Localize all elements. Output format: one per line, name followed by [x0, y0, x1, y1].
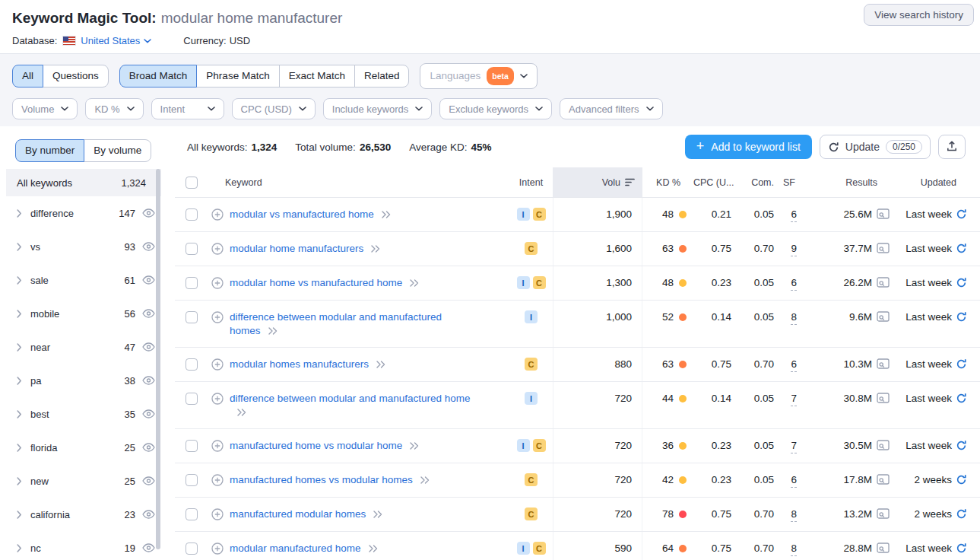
- refresh-metrics-icon[interactable]: [956, 474, 967, 485]
- eye-icon[interactable]: [142, 376, 155, 385]
- chevron-right-icon[interactable]: [17, 243, 22, 251]
- filter-volume[interactable]: Volume: [12, 98, 78, 119]
- sidebar-group-new[interactable]: new25: [6, 464, 161, 498]
- tab-questions[interactable]: Questions: [43, 65, 109, 88]
- serp-preview-icon[interactable]: [877, 542, 890, 553]
- eye-icon[interactable]: [142, 543, 155, 552]
- keyword-link[interactable]: difference between modular and manufactu…: [230, 311, 442, 336]
- sidebar-group-california[interactable]: california23: [6, 498, 161, 531]
- refresh-metrics-icon[interactable]: [956, 508, 967, 520]
- expand-keyword-icon[interactable]: [268, 327, 278, 335]
- keyword-link[interactable]: modular homes manufacturers: [230, 358, 369, 370]
- chevron-right-icon[interactable]: [17, 343, 22, 352]
- keyword-link[interactable]: modular vs manufactured home: [230, 208, 374, 220]
- serp-preview-icon[interactable]: [877, 508, 890, 519]
- row-checkbox[interactable]: [186, 393, 198, 405]
- expand-keyword-icon[interactable]: [409, 442, 419, 450]
- refresh-metrics-icon[interactable]: [956, 243, 967, 254]
- expand-keyword-icon[interactable]: [370, 245, 380, 253]
- sidebar-group-mobile[interactable]: mobile56: [6, 297, 161, 330]
- expand-keyword-icon[interactable]: [420, 476, 430, 484]
- refresh-metrics-icon[interactable]: [956, 440, 967, 451]
- row-checkbox[interactable]: [186, 508, 198, 520]
- sf-value[interactable]: 9: [791, 242, 797, 256]
- row-checkbox[interactable]: [186, 311, 198, 323]
- expand-keyword-icon[interactable]: [368, 545, 378, 552]
- row-checkbox[interactable]: [186, 542, 198, 555]
- chevron-right-icon[interactable]: [17, 511, 22, 519]
- eye-icon[interactable]: [142, 242, 155, 251]
- row-checkbox[interactable]: [186, 277, 198, 289]
- sort-desc-icon[interactable]: [625, 178, 635, 186]
- expand-keyword-icon[interactable]: [373, 511, 382, 518]
- serp-preview-icon[interactable]: [877, 440, 890, 450]
- add-keyword-icon[interactable]: [211, 277, 224, 289]
- database-selector[interactable]: United States: [81, 35, 151, 46]
- update-metrics-button[interactable]: Update 0/250: [820, 135, 931, 159]
- chevron-right-icon[interactable]: [17, 276, 22, 285]
- chevron-right-icon[interactable]: [17, 410, 22, 418]
- row-checkbox[interactable]: [186, 474, 198, 486]
- sidebar-group-vs[interactable]: vs93: [6, 230, 161, 263]
- keyword-link[interactable]: manufactured homes vs modular homes: [230, 474, 413, 485]
- tab-all[interactable]: All: [12, 65, 43, 88]
- row-checkbox[interactable]: [186, 243, 198, 255]
- sidebar-toggle-by-number[interactable]: By number: [15, 139, 84, 162]
- tab-broad-match[interactable]: Broad Match: [119, 65, 198, 88]
- keyword-link[interactable]: manufactured home vs modular home: [230, 440, 402, 451]
- column-header-keyword[interactable]: Keyword: [205, 167, 509, 197]
- eye-icon[interactable]: [142, 342, 155, 352]
- keyword-link[interactable]: modular home manufacturers: [230, 243, 363, 254]
- languages-dropdown[interactable]: Languages beta: [420, 63, 537, 89]
- refresh-metrics-icon[interactable]: [956, 542, 967, 554]
- keyword-link[interactable]: manufactured modular homes: [230, 508, 366, 520]
- chevron-right-icon[interactable]: [17, 310, 22, 318]
- sidebar-group-sale[interactable]: sale61: [6, 263, 161, 297]
- chevron-right-icon[interactable]: [17, 444, 22, 452]
- chevron-right-icon[interactable]: [17, 377, 22, 385]
- row-checkbox[interactable]: [186, 440, 198, 452]
- refresh-metrics-icon[interactable]: [956, 277, 967, 288]
- filter-cpc-usd[interactable]: CPC (USD): [232, 98, 316, 119]
- column-header-cpc[interactable]: CPC (U...: [692, 167, 734, 197]
- refresh-metrics-icon[interactable]: [956, 358, 967, 370]
- add-keyword-icon[interactable]: [211, 208, 224, 221]
- add-keyword-icon[interactable]: [211, 542, 224, 555]
- expand-keyword-icon[interactable]: [381, 211, 391, 218]
- chevron-right-icon[interactable]: [17, 209, 22, 218]
- eye-icon[interactable]: [142, 309, 155, 318]
- sidebar-scrollbar[interactable]: [156, 169, 160, 549]
- sidebar-group-difference[interactable]: difference147: [6, 196, 161, 230]
- add-keyword-icon[interactable]: [211, 393, 224, 405]
- column-header-results[interactable]: Results: [806, 167, 897, 197]
- sf-value[interactable]: 7: [791, 439, 797, 453]
- filter-kd[interactable]: KD %: [85, 98, 143, 119]
- sidebar-group-pa[interactable]: pa38: [6, 364, 161, 397]
- add-keyword-icon[interactable]: [211, 440, 224, 452]
- row-checkbox[interactable]: [186, 208, 198, 221]
- eye-icon[interactable]: [142, 476, 155, 485]
- row-checkbox[interactable]: [186, 358, 198, 371]
- view-search-history-button[interactable]: View search history: [864, 4, 974, 26]
- tab-phrase-match[interactable]: Phrase Match: [196, 65, 279, 88]
- serp-preview-icon[interactable]: [877, 358, 890, 369]
- serp-preview-icon[interactable]: [877, 243, 890, 253]
- sf-value[interactable]: 8: [791, 542, 797, 556]
- serp-preview-icon[interactable]: [877, 311, 890, 322]
- add-to-keyword-list-button[interactable]: + Add to keyword list: [685, 135, 812, 159]
- export-button[interactable]: [938, 135, 966, 159]
- filter-intent[interactable]: Intent: [151, 98, 224, 119]
- column-header-kd[interactable]: KD %: [642, 167, 692, 197]
- expand-keyword-icon[interactable]: [376, 361, 385, 368]
- serp-preview-icon[interactable]: [877, 474, 890, 485]
- filter-include-keywords[interactable]: Include keywords: [323, 98, 432, 119]
- all-keywords-row[interactable]: All keywords 1,324: [6, 169, 161, 196]
- sidebar-group-florida[interactable]: florida25: [6, 431, 161, 464]
- expand-keyword-icon[interactable]: [409, 279, 419, 287]
- sf-value[interactable]: 6: [791, 208, 797, 222]
- chevron-right-icon[interactable]: [17, 477, 22, 485]
- tab-related[interactable]: Related: [354, 65, 410, 88]
- sf-value[interactable]: 6: [791, 358, 797, 372]
- eye-icon[interactable]: [142, 275, 155, 285]
- serp-preview-icon[interactable]: [877, 393, 890, 403]
